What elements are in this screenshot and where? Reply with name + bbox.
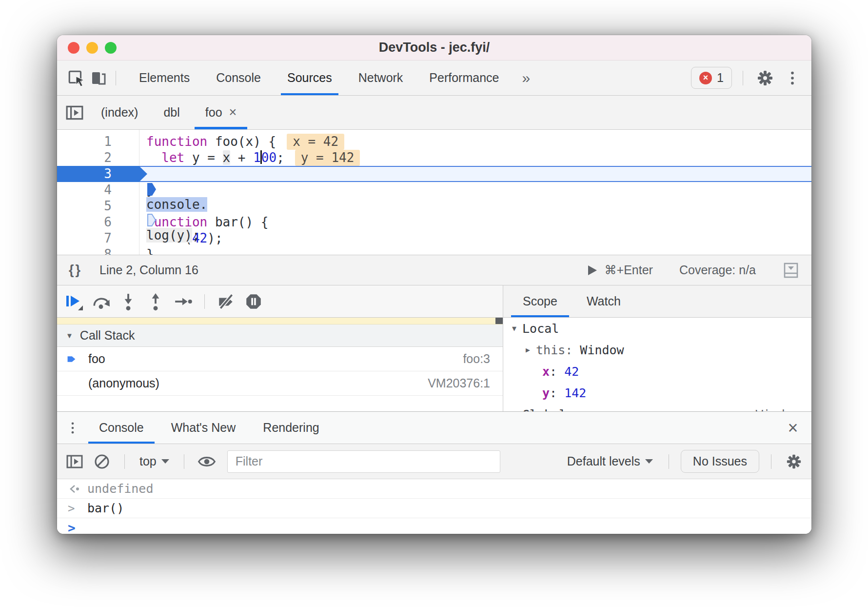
line-number-4[interactable]: 4 xyxy=(57,182,139,198)
file-tab-index[interactable]: (index) xyxy=(88,96,151,129)
drawer-tab-console[interactable]: Console xyxy=(85,412,158,444)
pretty-print-button[interactable]: {} xyxy=(69,263,82,278)
console-filter-input[interactable] xyxy=(227,450,500,473)
line-number-5[interactable]: 5 xyxy=(57,198,139,214)
tab-console[interactable]: Console xyxy=(203,61,274,95)
debugger-toolbar xyxy=(57,285,503,318)
clear-console-button[interactable] xyxy=(91,451,113,472)
step-out-button[interactable] xyxy=(144,290,167,313)
scope-section-label: Local xyxy=(522,322,559,336)
step-over-button[interactable] xyxy=(89,290,113,313)
editor-status-bar: {} Line 2, Column 16 ⌘+Enter Coverage: n… xyxy=(57,255,811,285)
tab-scope[interactable]: Scope xyxy=(508,285,572,317)
file-tab-foo[interactable]: foo × xyxy=(193,96,250,129)
context-selector[interactable]: top xyxy=(137,454,172,468)
call-stack-frame-foo[interactable]: foo foo:3 xyxy=(57,347,503,371)
code-token: y = xyxy=(184,150,222,165)
tab-performance[interactable]: Performance xyxy=(416,61,512,95)
navigator-toggle-icon xyxy=(65,103,84,122)
resume-button[interactable] xyxy=(62,290,85,313)
settings-button[interactable] xyxy=(754,67,776,89)
tab-sources[interactable]: Sources xyxy=(274,61,345,95)
scope-section-local[interactable]: ▼ Local xyxy=(503,318,811,339)
device-toolbar-button[interactable] xyxy=(87,67,110,89)
zoom-window-button[interactable] xyxy=(105,42,117,54)
continue-to-marker-hollow-icon[interactable] xyxy=(147,213,157,227)
prompt-chevron-icon: > xyxy=(68,521,87,534)
console-input-echo-row: > bar() xyxy=(57,499,811,518)
close-tab-button[interactable]: × xyxy=(229,105,237,120)
call-stack-frame-anonymous[interactable]: (anonymous) VM20376:1 xyxy=(57,371,503,396)
frame-name: foo xyxy=(88,352,463,366)
drawer-menu-button[interactable] xyxy=(60,412,85,444)
pane-resize-handle[interactable] xyxy=(495,318,503,324)
file-tab-label: foo xyxy=(205,105,222,120)
close-window-button[interactable] xyxy=(68,42,79,54)
live-expression-button[interactable] xyxy=(196,451,217,472)
code-editor[interactable]: 1 function foo(x) {x = 42 2 let y = x + … xyxy=(57,130,811,255)
tab-elements[interactable]: Elements xyxy=(126,61,203,95)
inline-value-hint: x = 42 xyxy=(287,134,344,150)
deactivate-breakpoints-button[interactable] xyxy=(215,290,238,313)
call-stack-header[interactable]: ▼ Call Stack xyxy=(57,324,503,347)
error-count: 1 xyxy=(717,71,724,85)
navigator-toggle-button[interactable] xyxy=(61,96,88,129)
property-name: x xyxy=(542,365,550,379)
code-line-4: 4 } xyxy=(57,182,811,198)
minimize-window-button[interactable] xyxy=(86,42,98,54)
scope-entry-y[interactable]: y: 142 xyxy=(503,382,811,404)
dock-panel-icon[interactable] xyxy=(782,262,800,279)
step-icon xyxy=(174,292,192,311)
issues-button[interactable]: No Issues xyxy=(681,450,759,473)
scope-pane: Scope Watch ▼ Local ▶ this: Window x: 42… xyxy=(503,285,811,411)
device-toolbar-icon xyxy=(90,69,107,87)
line-number-6[interactable]: 6 xyxy=(57,214,139,230)
line-number-7[interactable]: 7 xyxy=(57,230,139,246)
run-snippet-icon xyxy=(587,264,598,276)
context-label: top xyxy=(139,454,157,468)
console-sidebar-toggle-button[interactable] xyxy=(64,451,85,472)
console-result-row: undefined xyxy=(57,479,811,499)
scope-entry-x[interactable]: x: 42 xyxy=(503,361,811,382)
main-menu-button[interactable] xyxy=(781,67,804,89)
scope-section-global[interactable]: ▶ Global Window xyxy=(503,404,811,411)
step-button[interactable] xyxy=(171,290,195,313)
error-badge[interactable]: × 1 xyxy=(691,67,732,89)
close-drawer-button[interactable]: × xyxy=(777,412,809,444)
file-tab-bar: (index) dbl foo × xyxy=(57,96,811,130)
line-number-8[interactable]: 8 xyxy=(57,246,139,255)
file-tab-label: (index) xyxy=(101,105,138,120)
continue-to-marker-solid-icon[interactable] xyxy=(147,182,157,197)
execution-line-number[interactable]: 3 xyxy=(57,166,147,182)
kebab-menu-icon xyxy=(65,420,80,436)
console-sidebar-icon xyxy=(66,453,83,470)
file-tab-dbl[interactable]: dbl xyxy=(151,96,192,129)
scope-entry-this[interactable]: ▶ this: Window xyxy=(503,339,811,361)
tab-network[interactable]: Network xyxy=(345,61,416,95)
scope-tab-bar: Scope Watch xyxy=(503,285,811,318)
log-levels-dropdown[interactable]: Default levels xyxy=(563,454,657,468)
hovered-variable[interactable]: x xyxy=(223,150,231,165)
file-tab-label: dbl xyxy=(163,105,179,120)
inline-value-hint: y = 142 xyxy=(295,150,360,166)
drawer-tab-whats-new[interactable]: What's New xyxy=(158,412,250,444)
inspect-element-button[interactable] xyxy=(65,67,87,89)
code-line-8: 8 } xyxy=(57,246,811,255)
line-number-1[interactable]: 1 xyxy=(57,134,139,150)
console-prompt-row[interactable]: > xyxy=(57,518,811,534)
console-settings-button[interactable] xyxy=(783,451,805,472)
tab-watch[interactable]: Watch xyxy=(572,285,635,317)
drawer-tab-rendering[interactable]: Rendering xyxy=(249,412,333,444)
more-tabs-button[interactable]: » xyxy=(512,70,540,86)
chevron-right-icon: ▶ xyxy=(526,345,530,354)
eye-icon xyxy=(197,452,216,471)
console-output[interactable]: undefined > bar() > xyxy=(57,479,811,534)
pause-on-exceptions-button[interactable] xyxy=(242,290,265,313)
chevron-down-icon xyxy=(645,459,653,464)
console-drawer: Console What's New Rendering × xyxy=(57,411,811,534)
toolbar-divider xyxy=(124,454,125,469)
line-number-2[interactable]: 2 xyxy=(57,150,139,166)
step-into-button[interactable] xyxy=(117,290,140,313)
scope-section-value: Window xyxy=(756,407,800,412)
error-x-glyph: × xyxy=(703,73,709,83)
